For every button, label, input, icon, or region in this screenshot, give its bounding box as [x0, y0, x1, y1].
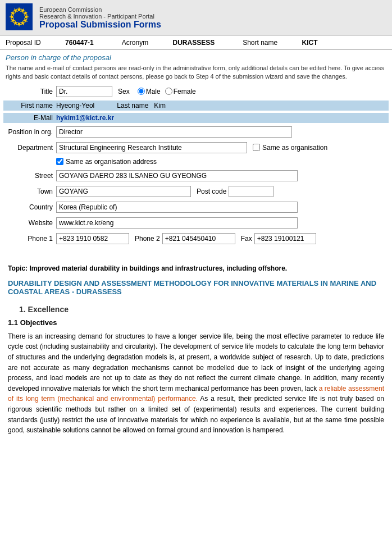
phone1-input[interactable]: [56, 233, 129, 244]
sex-female-text: Female: [174, 88, 196, 95]
title-label: Title: [6, 88, 56, 95]
divider: [0, 248, 392, 259]
same-as-org-label: Same as organisation: [262, 144, 327, 152]
street-input[interactable]: [56, 170, 298, 181]
subsection1-1-title: 1.1 Objectives: [8, 318, 384, 327]
fax-label: Fax: [241, 235, 252, 243]
country-row: Country: [3, 200, 389, 214]
proposal-id-value: 760447-1: [65, 39, 94, 47]
country-label: Country: [6, 203, 56, 211]
acronym-value: DURASSESS: [172, 39, 215, 47]
fax-input[interactable]: [254, 233, 316, 244]
sex-male-radio[interactable]: [138, 88, 145, 95]
website-input[interactable]: [56, 217, 298, 229]
proposal-bar: Proposal ID 760447-1 Acronym DURASSESS S…: [0, 36, 392, 50]
body-text-part1: There is an increasing demand for struct…: [8, 332, 384, 392]
department-input[interactable]: [56, 142, 247, 153]
position-input[interactable]: [56, 126, 292, 138]
country-input[interactable]: [56, 202, 298, 213]
street-label: Street: [6, 172, 56, 180]
header-text: European Commission Research & Innovatio…: [39, 6, 161, 30]
phone2-label: Phone 2: [135, 235, 160, 243]
website-label: Website: [6, 219, 56, 227]
shortname-label: Short name: [243, 39, 277, 47]
content-section: Topic: Improved material durability in b…: [0, 259, 392, 441]
department-label: Department: [6, 144, 56, 152]
proposal-id-label: Proposal ID: [6, 39, 41, 47]
sex-male-text: Male: [146, 88, 161, 95]
phone1-label: Phone 1: [6, 235, 56, 243]
header-line3: Proposal Submission Forms: [39, 20, 161, 30]
page-header: European Commission Research & Innovatio…: [0, 0, 392, 36]
sex-label: Sex: [118, 88, 130, 95]
project-title: DURABILITY DESIGN AND ASSESSMENT METHODO…: [8, 279, 384, 296]
postcode-label: Post code: [197, 188, 226, 195]
town-row: Town Post code: [3, 185, 389, 198]
sex-radio-group: Male Female: [138, 88, 196, 95]
position-label: Position in org.: [6, 128, 56, 136]
same-as-org-container: Same as organisation: [253, 144, 327, 152]
shortname-value: KICT: [302, 39, 318, 47]
phone-row: Phone 1 Phone 2 Fax: [3, 232, 389, 245]
email-label: E-Mail: [6, 114, 56, 122]
department-row: Department Same as organisation: [3, 141, 389, 154]
title-sex-row: Title Sex Male Female: [3, 85, 389, 98]
topic-line: Topic: Improved material durability in b…: [8, 264, 384, 272]
firstname-label: First name: [6, 102, 56, 109]
title-input[interactable]: [56, 86, 112, 97]
acronym-label: Acronym: [122, 39, 148, 47]
body-text: There is an increasing demand for struct…: [8, 331, 384, 436]
firstname-value: Hyeong-Yeol: [56, 102, 94, 109]
person-info-text: The name and e-mail of contact persons a…: [0, 64, 392, 85]
email-row: E-Mail hykim1@kict.re.kr: [3, 113, 389, 123]
same-as-org-address-label: Same as organisation address: [66, 158, 157, 166]
name-row: First name Hyeong-Yeol Last name Kim: [3, 101, 389, 111]
town-label: Town: [6, 188, 56, 195]
lastname-label: Last name: [117, 102, 148, 109]
header-line2: Research & Innovation - Participant Port…: [39, 13, 161, 20]
postcode-input[interactable]: [229, 186, 274, 197]
email-value: hykim1@kict.re.kr: [56, 114, 114, 122]
sex-female-label[interactable]: Female: [165, 88, 196, 95]
section1-num: 1. Excellence: [8, 305, 384, 314]
phone2-input[interactable]: [162, 233, 235, 244]
sex-female-radio[interactable]: [165, 88, 172, 95]
eu-logo: [6, 3, 33, 32]
contact-form: Title Sex Male Female First name Hyeong-…: [0, 85, 392, 245]
sex-male-label[interactable]: Male: [138, 88, 161, 95]
website-row: Website: [3, 216, 389, 230]
street-row: Street: [3, 169, 389, 182]
same-as-org-address-checkbox[interactable]: [56, 158, 63, 165]
town-input[interactable]: [56, 186, 191, 197]
header-line1: European Commission: [39, 6, 161, 13]
person-section-title: Person in charge of the proposal: [0, 50, 392, 64]
lastname-value: Kim: [154, 102, 166, 109]
position-row: Position in org.: [3, 125, 389, 139]
same-as-org-address-row: Same as organisation address: [3, 157, 389, 167]
same-as-org-address-container: Same as organisation address: [56, 158, 157, 166]
same-as-org-checkbox[interactable]: [253, 144, 260, 151]
